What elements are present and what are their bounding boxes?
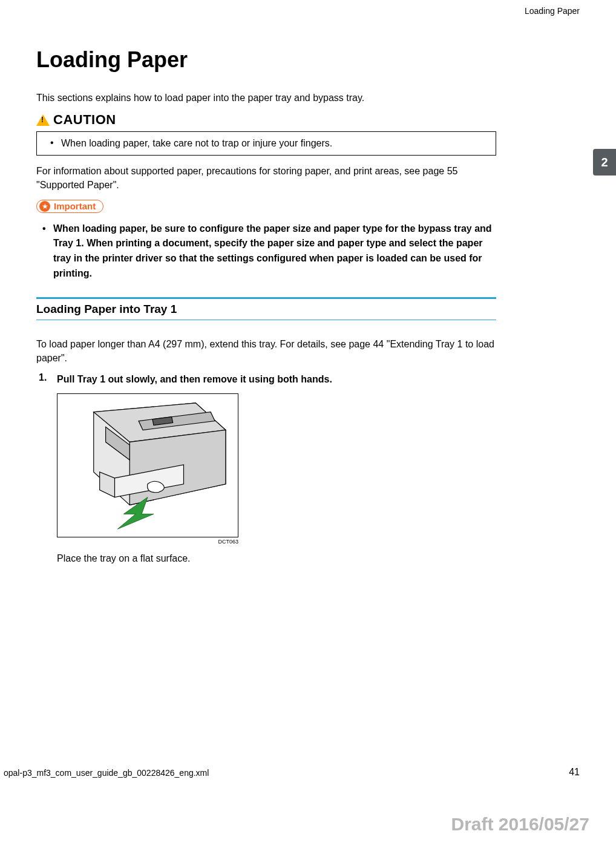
section-lead: To load paper longer than A4 (297 mm), e… (36, 337, 496, 365)
important-badge: ★ Important (36, 200, 103, 213)
step-number: 1. (39, 372, 47, 383)
page: Loading Paper 2 Loading Paper This secti… (0, 0, 616, 860)
section-rule-top (36, 297, 496, 299)
step-text: Pull Tray 1 out slowly, and then remove … (57, 372, 496, 386)
content-area: Loading Paper This sections explains how… (36, 47, 496, 564)
caution-heading: CAUTION (36, 112, 496, 128)
section-rule-bottom (36, 320, 496, 320)
caution-box: When loading paper, take care not to tra… (36, 131, 496, 156)
section-heading: Loading Paper into Tray 1 (36, 297, 496, 320)
footer-page-number: 41 (569, 767, 580, 778)
star-icon: ★ (39, 201, 50, 212)
intro-paragraph: This sections explains how to load paper… (36, 91, 496, 105)
caution-label: CAUTION (53, 112, 116, 128)
section-title: Loading Paper into Tray 1 (36, 303, 496, 316)
footer-filename: opal-p3_mf3_com_user_guide_gb_00228426_e… (4, 768, 209, 778)
figure-printer-tray (57, 393, 238, 537)
reference-paragraph: For information about supported paper, p… (36, 164, 496, 192)
important-label: Important (54, 201, 96, 211)
figure-id: DCT063 (57, 539, 238, 545)
list-item: 1. Pull Tray 1 out slowly, and then remo… (36, 372, 496, 386)
warning-triangle-icon (36, 114, 50, 126)
caution-item-text: When loading paper, take care not to tra… (61, 138, 332, 148)
chapter-tab: 2 (593, 149, 616, 176)
page-title: Loading Paper (36, 47, 496, 73)
step-subtext: Place the tray on a flat surface. (57, 553, 496, 564)
important-item: When loading paper, be sure to configure… (36, 222, 496, 281)
running-head: Loading Paper (525, 6, 580, 16)
printer-illustration-icon (57, 394, 238, 537)
draft-watermark: Draft 2016/05/27 (451, 814, 590, 835)
step-list: 1. Pull Tray 1 out slowly, and then remo… (36, 372, 496, 564)
